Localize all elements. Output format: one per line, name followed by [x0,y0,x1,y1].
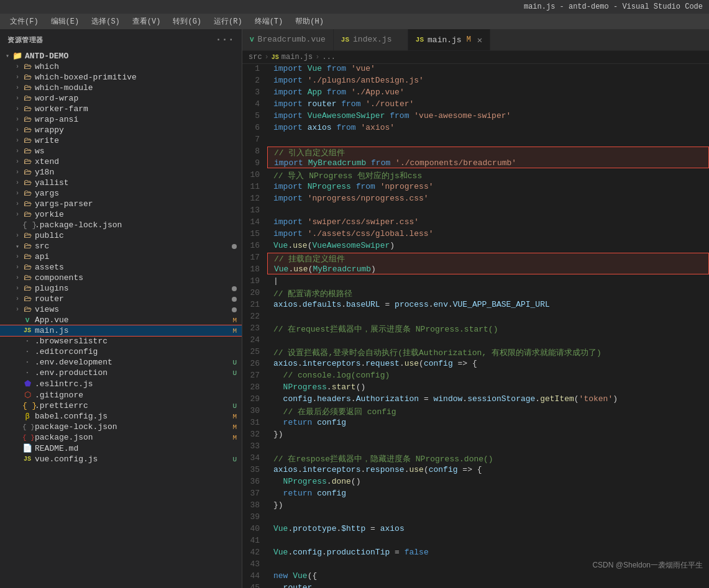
sidebar-item-app-vue[interactable]: › V App.vue M [0,315,242,325]
sidebar-item-worker-farm[interactable]: › 🗁 worker-farm [0,104,242,114]
code-line-35: 35 axios.interceptors.response.use(confi… [242,465,709,477]
tab-index-js[interactable]: JS index.js [334,29,408,50]
sidebar-item-which-module[interactable]: › 🗁 which-module [0,83,242,93]
tab-breadcrumb-vue-label: Breadcrumb.vue [258,35,326,44]
sidebar-item-yargs-parser[interactable]: › 🗁 yargs-parser [0,199,242,209]
file-tree: ▾ 📁 ANTD-DEMO › 🗁 which › 🗁 which-boxed-… [0,50,242,464]
menu-run[interactable]: 运行(R) [209,15,247,28]
line-num-24: 24 [242,335,267,347]
code-line-8: 8 // 引入自定义组件 [242,147,709,158]
line-num-19: 19 [242,276,267,288]
line-num-33: 33 [242,441,267,453]
badge-package-json: M [232,434,237,441]
label-wa: wrap-ansi [35,115,242,124]
sidebar-item-eslintrc[interactable]: › ⬟ .eslintrc.js [0,378,242,389]
sidebar-item-wrappy[interactable]: › 🗁 wrappy [0,125,242,135]
tab-main-js[interactable]: JS main.js M ✕ [408,29,490,50]
line-content-23: // 在request拦截器中，展示进度条 NProgress.start() [267,323,709,335]
sidebar-item-pkg-lock-nm[interactable]: › { } .package-lock.json [0,220,242,230]
menu-select[interactable]: 选择(S) [86,15,125,28]
code-line-22: 22 [242,312,709,323]
sidebar-item-wrap-ansi[interactable]: › 🗁 wrap-ansi [0,114,242,125]
sidebar-item-plugins[interactable]: › 🗁 plugins [0,283,242,294]
sidebar-item-write[interactable]: › 🗁 write [0,135,242,146]
line-content-25: // 设置拦截器,登录时会自动执行(挂载Authorization, 有权限的请… [267,347,709,359]
arrow-wm: › [12,84,22,91]
menu-goto[interactable]: 转到(G) [168,15,206,28]
sidebar-item-which-boxed-primitive[interactable]: › 🗁 which-boxed-primitive [0,72,242,83]
badge-prettierrc: U [232,402,237,410]
sidebar-item-gitignore[interactable]: › ⬡ .gitignore [0,389,242,400]
label-assets: assets [35,263,242,272]
sidebar-item-env-prod[interactable]: › · .env.production U [0,368,242,378]
sidebar-item-prettierrc[interactable]: › { } .prettierrc U [0,400,242,411]
menu-file[interactable]: 文件(F) [5,15,43,28]
menu-view[interactable]: 查看(V) [127,15,166,28]
line-content-36: NProgress.done() [267,477,709,489]
tree-root-antd-demo[interactable]: ▾ 📁 ANTD-DEMO [0,50,242,61]
sidebar-item-router[interactable]: › 🗁 router [0,294,242,304]
sidebar-item-assets[interactable]: › 🗁 assets [0,262,242,273]
menu-terminal[interactable]: 终端(T) [250,15,288,28]
arrow-wa: › [12,116,22,123]
arrow-pr: › [12,402,22,409]
sidebar-item-yallist[interactable]: › 🗁 yallist [0,178,242,188]
sidebar-item-babel-config[interactable]: › β babel.config.js M [0,411,242,422]
breadcrumb-src[interactable]: src [249,53,262,61]
arrow-assets: › [12,264,22,271]
code-line-24: 24 [242,335,709,347]
sidebar-item-browserslistrc[interactable]: › · .browserslistrc [0,336,242,346]
main-layout: 资源管理器 ··· ▾ 📁 ANTD-DEMO › 🗁 which › 🗁 wh… [0,29,709,588]
editor-area: V Breadcrumb.vue JS index.js JS main.js … [242,29,709,588]
code-line-32: 32 }) [242,430,709,441]
sidebar-item-views[interactable]: › 🗁 views [0,304,242,315]
sidebar-item-package-json[interactable]: › { } package.json M [0,432,242,443]
sidebar-item-editorconfig[interactable]: › · .editorconfig [0,346,242,357]
dot-icon-blrc: · [22,337,32,346]
sidebar-item-env-dev[interactable]: › · .env.development U [0,357,242,368]
sidebar-item-word-wrap[interactable]: › 🗁 word-wrap [0,93,242,104]
folder-icon-plugins: 🗁 [22,284,32,293]
sidebar-item-main-js[interactable]: › JS main.js M [0,325,242,336]
folder-icon-ws: 🗁 [22,147,32,156]
line-content-7 [267,135,709,147]
sidebar-item-yargs[interactable]: › 🗁 yargs [0,188,242,199]
code-line-4: 4 import router from './router' [242,99,709,111]
sidebar-item-which[interactable]: › 🗁 which [0,61,242,72]
sidebar-item-api[interactable]: › 🗁 api [0,251,242,262]
sidebar-item-readme[interactable]: › 📄 README.md [0,443,242,454]
sidebar-more-icon[interactable]: ··· [216,34,234,45]
code-editor[interactable]: 1 import Vue from 'vue' 2 import './plug… [242,64,709,588]
breadcrumb-filename[interactable]: main.js [281,53,313,61]
code-line-2: 2 import './plugins/antDesign.js' [242,76,709,88]
sidebar-item-ws[interactable]: › 🗁 ws [0,146,242,156]
menu-help[interactable]: 帮助(H) [290,15,329,28]
label-y18n: y18n [35,168,242,177]
folder-icon-api: 🗁 [22,252,32,261]
tab-close-main[interactable]: ✕ [477,35,482,45]
babel-icon: β [22,412,32,421]
label-env-dev: .env.development [35,358,232,367]
sidebar-item-y18n[interactable]: › 🗁 y18n [0,167,242,178]
label-babel-config: babel.config.js [35,412,232,421]
menu-edit[interactable]: 编辑(E) [46,15,85,28]
line-content-3: import App from './App.vue' [267,88,709,99]
sidebar-item-components[interactable]: › 🗁 components [0,273,242,283]
line-num-5: 5 [242,111,267,123]
title-text: main.js - antd-demo - Visual Studio Code [524,2,703,11]
line-num-20: 20 [242,288,267,300]
code-line-30: 30 // 在最后必须要返回 config [242,406,709,418]
sidebar-item-src[interactable]: ▾ 🗁 src [0,241,242,251]
label-app-vue: App.vue [35,315,232,325]
sidebar-item-yorkie[interactable]: › 🗁 yorkie [0,209,242,220]
folder-icon: 📁 [12,51,22,61]
line-num-35: 35 [242,465,267,477]
line-content-40: Vue.prototype.$http = axios [267,524,709,536]
sidebar-item-vue-config[interactable]: › JS vue.config.js U [0,454,242,464]
sidebar-item-xtend[interactable]: › 🗁 xtend [0,156,242,167]
sidebar-item-package-lock[interactable]: › { } package-lock.json M [0,422,242,432]
badge-main-js: M [232,327,237,335]
sidebar-item-public[interactable]: › 🗁 public [0,230,242,241]
folder-icon-yallist: 🗁 [22,178,32,188]
tab-breadcrumb-vue[interactable]: V Breadcrumb.vue [242,29,334,50]
